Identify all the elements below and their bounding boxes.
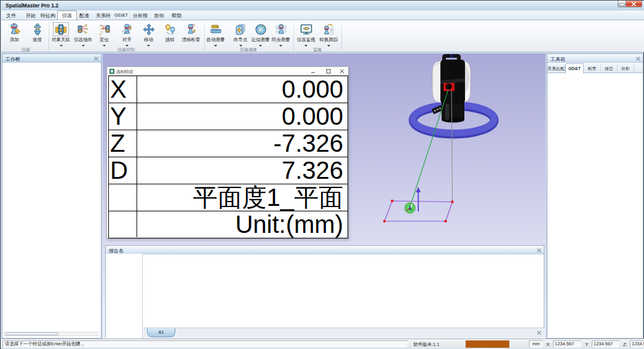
ribbon-button-locate[interactable]: 定位 [93,22,116,49]
ribbon-button-drift-check[interactable]: 漂移检查 [177,22,205,49]
measure-row-value: 0.000 [137,76,348,103]
plug-connect-icon [31,23,44,36]
ribbon-button-align[interactable]: 对齐 [116,22,138,49]
ribbon-button-auto-measure[interactable]: 自动测量 [202,22,229,49]
ribbon-button-connect[interactable]: 连接 [26,22,49,49]
worktree-header: 工作树 [2,54,101,63]
align-icon [121,23,133,36]
measure-row-label: D [109,157,137,184]
menu-gdt[interactable]: GD&T [114,12,128,18]
measure-maximize-icon[interactable] [325,68,332,74]
menu-registration[interactable]: 配准 [78,12,91,19]
reportbar-tab-a1[interactable]: A1 [147,328,175,337]
window-title: SpatialMaster Pro 1.2 [6,2,58,9]
worktree-hscrollbar[interactable] [4,332,98,336]
transform-track-icon [323,23,335,36]
dropdown-arrow-icon [327,45,330,47]
measure-minimize-icon[interactable] [310,68,316,74]
measure-row-value: -7.326 [137,130,348,157]
toolbox-tab-gdt[interactable]: GD&T [565,63,584,74]
status-y-label: Y: [585,342,589,347]
status-x-label: X: [546,342,551,347]
measure-close-icon[interactable] [339,68,345,74]
menu-bar: 文件 开始 特征构造 仪器 配准 关系特征 GD&T 分析报告 自动化 帮助 [1,10,644,20]
application-window: SpatialMaster Pro 1.2 文件 开始 特征构造 仪器 配准 关… [0,0,644,349]
measure-window-icon [109,69,114,74]
menu-instrument[interactable]: 仪器 [57,12,77,19]
dropdown-arrow-icon [125,45,129,47]
dropdown-arrow-icon [239,45,242,47]
object-link-icon [55,23,67,36]
guide-point-icon [234,23,247,36]
worktree-hscrollbar-thumb[interactable] [6,332,58,335]
menu-file[interactable]: 文件 [4,12,18,19]
worktree-panel: 工作树 [2,53,101,339]
minimize-icon [620,4,624,6]
dropdown-arrow-icon [304,45,308,47]
status-z-label: Z: [623,342,627,347]
measure-row-label [109,211,137,237]
measure-row-label: Z [109,130,137,157]
measure-row-value: 7.326 [137,157,348,184]
scene-target-point [405,203,415,213]
status-z-value[interactable]: 1234.567 [630,340,644,348]
toolbox-tab-check[interactable]: 检查 [584,64,601,73]
menu-help[interactable]: 帮助 [169,12,184,19]
status-unit: mm [529,340,543,348]
toolbox-tabs: 关系匹配 GD&T 检查 报告 分析 [547,63,643,73]
status-version: 软件版本:1.1 [413,342,440,348]
status-message: 请选择下一个特征或按Enter开始创建... [2,340,408,348]
toolbox-tab-report[interactable]: 报告 [601,64,618,73]
dropdown-arrow-icon [279,45,282,47]
instrument-monitor-icon [300,23,312,36]
scene-corner-point [451,200,453,203]
reportbar-tabstrip-close-icon[interactable] [536,330,542,335]
reportbar-panel: 报告条 A1 [105,245,544,338]
reportbar-sidebar [106,254,143,338]
minimize-button[interactable] [618,1,626,7]
close-button[interactable] [626,1,642,7]
menu-start[interactable]: 开始 [23,12,38,19]
reportbar-header: 报告条 [106,246,544,254]
status-progress-bar [466,340,509,348]
title-bar: SpatialMaster Pro 1.2 [1,1,644,10]
scene-corner-point [383,220,386,222]
ribbon-button-transform-track[interactable]: 转换跟踪 [315,22,343,49]
close-icon [631,1,637,7]
auto-measure-icon [210,23,222,36]
locate-icon [98,23,111,36]
instrument-add-icon [9,23,21,36]
ribbon-button-move[interactable]: 移动 [137,22,160,49]
scene-corner-point [391,200,393,202]
worktree-close-icon[interactable] [93,56,99,61]
jump-icon [164,23,177,36]
dropdown-arrow-icon [259,45,262,47]
dropdown-arrow-icon [103,45,106,47]
worktree-title: 工作树 [6,56,20,63]
ribbon-button-add[interactable]: 添加 [3,22,26,49]
status-x-value[interactable]: 1234.567 [553,340,582,348]
measure-row-value: 平面度1_平面 [137,184,348,211]
toolbox-close-icon[interactable] [635,56,641,61]
measure-row-value: Unit:(mm) [137,211,348,237]
measure-row-label [109,184,137,211]
ribbon-button-sync-measure[interactable]: 同步测量 [267,22,295,49]
dropdown-arrow-icon [214,45,217,47]
toolbox-tab-analysis[interactable]: 分析 [618,64,634,73]
dropdown-arrow-icon [60,45,63,47]
ribbon: 仪器 仪器控制 仪器测量 监视 添加 [1,20,644,52]
measure-table: X0.000 Y0.000 Z-7.326 D7.326 平面度1_平面 Uni… [108,76,348,238]
measure-window-title: 点到特征 [116,69,133,75]
reportbar-tabstrip: A1 [143,327,544,338]
move-icon [143,23,155,36]
reportbar-close-icon[interactable] [536,248,542,253]
status-y-value[interactable]: 1234.567 [592,340,620,348]
status-bar: 请选择下一个特征或按Enter开始创建... 软件版本:1.1 mm X: 12… [1,339,644,348]
measure-window: 点到特征 X0.000 Y0.000 Z-7.326 D7.326 平面度1_平… [106,66,349,239]
toolbox-tab-relation-match[interactable]: 关系匹配 [547,64,565,73]
sync-measure-icon [275,23,287,36]
approx-measure-icon [255,23,267,36]
toolbox-header: 工具箱 [547,54,643,63]
measure-row-label: X [109,76,137,103]
measure-window-titlebar[interactable]: 点到特征 [107,67,348,76]
